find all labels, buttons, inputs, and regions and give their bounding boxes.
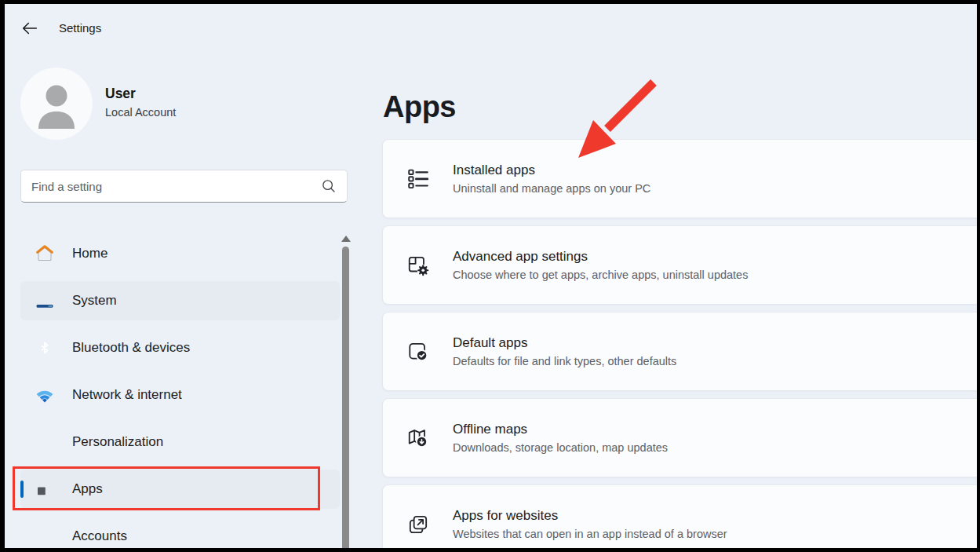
account-type: Local Account [105, 106, 176, 119]
sidebar-item-personalization[interactable]: Personalization [20, 422, 340, 462]
personalization-icon [35, 432, 55, 452]
bluetooth-icon [35, 338, 55, 358]
card-default-apps[interactable]: Default apps Defaults for file and link … [382, 312, 980, 391]
advanced-app-settings-icon [406, 254, 430, 277]
selected-indicator [20, 481, 24, 498]
back-button[interactable] [20, 19, 39, 38]
apps-icon [35, 479, 55, 499]
scrollbar-up-arrow-icon[interactable] [341, 236, 351, 242]
scrollbar-thumb[interactable] [342, 247, 349, 552]
accounts-icon [35, 526, 55, 547]
window-title: Settings [59, 21, 101, 35]
card-installed-apps[interactable]: Installed apps Uninstall and manage apps… [382, 139, 980, 218]
network-icon [35, 385, 55, 405]
annotation-box [13, 466, 320, 510]
card-advanced-app-settings[interactable]: Advanced app settings Choose where to ge… [382, 225, 980, 305]
sidebar-item-system[interactable]: System [20, 281, 340, 320]
search-input[interactable] [21, 180, 320, 193]
offline-maps-icon [406, 426, 430, 450]
account-name: User [105, 86, 136, 102]
sidebar-item-accounts[interactable]: Accounts [20, 517, 340, 552]
sidebar-item-bluetooth-devices[interactable]: Bluetooth & devices [20, 328, 340, 367]
page-title: Apps [383, 90, 456, 124]
system-icon [35, 291, 55, 311]
home-icon [35, 243, 55, 264]
settings-cards: Installed apps Uninstall and manage apps… [382, 139, 980, 552]
installed-apps-icon [406, 167, 430, 191]
sidebar-item-home[interactable]: Home [20, 234, 340, 273]
card-apps-for-websites[interactable]: Apps for websites Websites that can open… [382, 484, 980, 552]
sidebar-item-network-internet[interactable]: Network & internet [20, 375, 340, 415]
apps-for-websites-icon [406, 513, 430, 536]
card-offline-maps[interactable]: Offline maps Downloads, storage location… [382, 398, 980, 477]
sidebar-scrollbar[interactable] [340, 232, 352, 552]
sidebar-item-apps[interactable]: Apps [20, 470, 340, 509]
search-icon[interactable] [320, 177, 337, 195]
default-apps-icon [406, 340, 430, 364]
search-box[interactable] [20, 170, 348, 203]
sidebar-nav: Home System Bluetooth & devices Network … [20, 234, 340, 552]
left-arrow-icon [24, 24, 37, 34]
person-icon [20, 68, 93, 140]
avatar[interactable] [20, 68, 93, 140]
